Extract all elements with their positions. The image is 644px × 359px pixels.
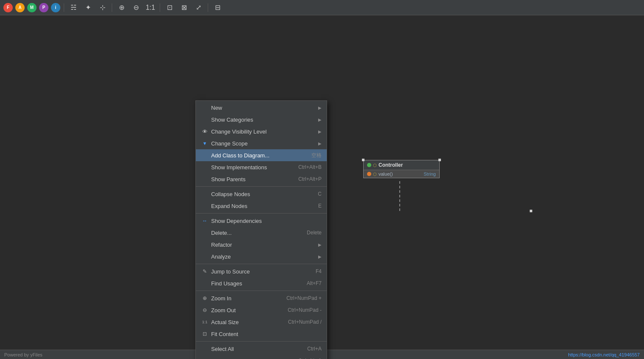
show-parents-shortcut: Ctrl+Alt+P [298, 176, 322, 182]
menu-item-change-scope[interactable]: ▼ Change Scope ▶ [196, 137, 327, 149]
menu-item-add-class-label: Add Class to Diagram... [211, 152, 308, 159]
menu-item-add-class[interactable]: Add Class to Diagram... 空格 [196, 149, 327, 161]
menu-item-actual-size[interactable]: 1:1 Actual Size Ctrl+NumPad / [196, 316, 327, 328]
menu-item-delete[interactable]: Delete... Delete [196, 227, 327, 239]
avatar-f-icon[interactable]: F [3, 3, 13, 12]
print-icon[interactable]: ⊟ [212, 2, 223, 14]
refactor-arrow-icon: ▶ [318, 242, 322, 247]
zoom-in-icon[interactable]: ⊕ [116, 2, 127, 14]
node-brown-icon: ⬡ [373, 163, 377, 168]
menu-item-new-label: New [211, 105, 316, 111]
show-dependencies-icon: ↔ [201, 217, 209, 225]
menu-item-new[interactable]: New ▶ [196, 102, 327, 114]
actual-size-icon: 1:1 [201, 318, 209, 326]
menu-item-select-all[interactable]: Select All Ctrl+A [196, 343, 327, 355]
menu-item-change-visibility[interactable]: 👁 Change Visibility Level ▶ [196, 125, 327, 137]
menu-item-refactor[interactable]: Refactor ▶ [196, 239, 327, 251]
menu-item-deselect-all-label: Deselect All [211, 358, 295, 359]
visibility-icon: 👁 [201, 128, 209, 135]
change-visibility-arrow-icon: ▶ [318, 129, 322, 134]
controller-node: ⬡ Controller ⬡ value() String [363, 160, 440, 178]
show-implementations-shortcut: Ctrl+Alt+B [298, 164, 322, 170]
expand-icon[interactable]: ⤢ [192, 2, 204, 14]
zoom-in-shortcut: Ctrl+NumPad + [286, 295, 322, 301]
controller-node-method-row: ⬡ value() String [364, 170, 439, 178]
node-orange-dot [367, 172, 371, 176]
corner-handle-tl [362, 159, 364, 161]
select-all-icon [201, 345, 209, 353]
toolbar-sep-4 [208, 3, 208, 12]
statusbar-right-link[interactable]: https://blog.csdn.net/qq_41946557 [568, 352, 640, 357]
pointer-icon[interactable]: ⊹ [96, 2, 108, 14]
zoom-out-icon[interactable]: ⊖ [130, 2, 142, 14]
node-green-dot [367, 163, 371, 167]
controller-node-method: value() [378, 171, 393, 177]
collapse-nodes-shortcut: C [318, 191, 322, 197]
menu-item-analyze-label: Analyze [211, 254, 316, 260]
sep-5 [196, 341, 327, 342]
menu-item-show-dependencies[interactable]: ↔ Show Dependencies [196, 215, 327, 227]
menu-item-select-all-label: Select All [211, 346, 304, 352]
find-usages-icon [201, 279, 209, 287]
menu-item-show-parents[interactable]: Show Parents Ctrl+Alt+P [196, 173, 327, 185]
menu-item-deselect-all[interactable]: Deselect All Ctrl+Alt+A [196, 355, 327, 359]
jump-to-source-icon: ✎ [201, 268, 209, 275]
controller-node-type: String [424, 171, 436, 177]
filter-icon[interactable]: ☵ [68, 2, 79, 14]
show-categories-icon [201, 116, 209, 123]
zoom-out-menu-icon: ⊖ [201, 306, 209, 314]
avatar-i-icon[interactable]: i [51, 3, 60, 12]
menu-item-jump-to-source[interactable]: ✎ Jump to Source F4 [196, 265, 327, 277]
change-scope-arrow-icon: ▶ [318, 141, 322, 146]
menu-item-collapse-nodes[interactable]: Collapse Nodes C [196, 188, 327, 200]
delete-icon [201, 229, 209, 236]
adjust-icon[interactable]: ✦ [82, 2, 94, 14]
menu-item-analyze[interactable]: Analyze ▶ [196, 251, 327, 262]
toolbar-sep-1 [64, 3, 64, 12]
menu-item-find-usages[interactable]: Find Usages Alt+F7 [196, 277, 327, 289]
menu-item-delete-label: Delete... [211, 230, 303, 236]
export-icon[interactable]: ⊡ [164, 2, 175, 14]
avatar-m-icon[interactable]: M [27, 3, 37, 12]
expand-nodes-icon [201, 202, 209, 210]
avatar-p-icon[interactable]: P [39, 3, 48, 12]
statusbar-left-text: Powered by yFiles [4, 352, 42, 357]
menu-item-fit-content[interactable]: ⊡ Fit Content [196, 328, 327, 340]
share-icon[interactable]: ⊠ [178, 2, 190, 14]
menu-item-fit-content-label: Fit Content [211, 331, 322, 337]
menu-item-show-implementations-label: Show Implementations [211, 164, 295, 171]
menu-item-actual-size-label: Actual Size [211, 319, 285, 325]
menu-item-change-visibility-label: Change Visibility Level [211, 128, 316, 135]
new-icon [201, 104, 209, 111]
avatar-a-icon[interactable]: A [15, 3, 25, 12]
jump-to-source-shortcut: F4 [316, 268, 322, 274]
sep-4 [196, 291, 327, 291]
menu-item-find-usages-label: Find Usages [211, 280, 303, 287]
delete-shortcut: Delete [307, 230, 322, 236]
menu-item-show-categories[interactable]: Show Categories ▶ [196, 114, 327, 125]
sep-1 [196, 186, 327, 187]
zoom-in-menu-icon: ⊕ [201, 294, 209, 302]
actual-size-shortcut: Ctrl+NumPad / [288, 319, 322, 325]
menu-item-zoom-in[interactable]: ⊕ Zoom In Ctrl+NumPad + [196, 292, 327, 304]
menu-item-expand-nodes-label: Expand Nodes [211, 203, 315, 209]
menu-item-change-scope-label: Change Scope [211, 140, 316, 147]
node-method-icon: ⬡ [373, 172, 377, 177]
menu-item-zoom-out-label: Zoom Out [211, 307, 284, 313]
menu-item-zoom-out[interactable]: ⊖ Zoom Out Ctrl+NumPad - [196, 304, 327, 316]
controller-node-header: ⬡ Controller [364, 160, 439, 170]
find-usages-shortcut: Alt+F7 [307, 280, 322, 286]
controller-node-box[interactable]: ⬡ Controller ⬡ value() String [363, 160, 440, 178]
toolbar-sep-3 [160, 3, 160, 12]
fit-content-icon: ⊡ [201, 330, 209, 338]
menu-item-expand-nodes[interactable]: Expand Nodes E [196, 200, 327, 212]
menu-item-collapse-nodes-label: Collapse Nodes [211, 191, 314, 197]
context-menu: New ▶ Show Categories ▶ 👁 Change Visibil… [195, 100, 327, 359]
fit-icon[interactable]: 1:1 [144, 2, 156, 14]
toolbar: F A M P i ☵ ✦ ⊹ ⊕ ⊖ 1:1 ⊡ ⊠ ⤢ ⊟ [0, 0, 644, 15]
refactor-icon [201, 241, 209, 248]
show-categories-arrow-icon: ▶ [318, 117, 322, 122]
new-arrow-icon: ▶ [318, 105, 322, 110]
analyze-icon [201, 253, 209, 260]
menu-item-show-implementations[interactable]: Show Implementations Ctrl+Alt+B [196, 161, 327, 173]
